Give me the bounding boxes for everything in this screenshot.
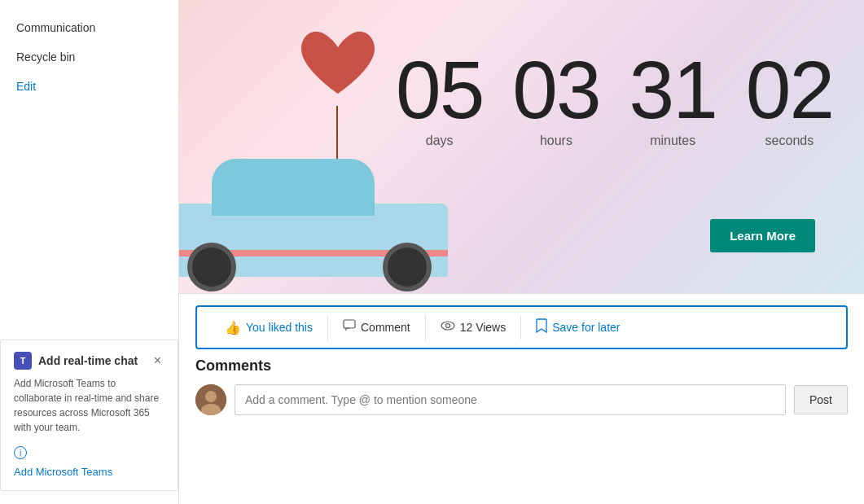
sidebar-item-communication[interactable]: Communication [0, 13, 178, 42]
teams-panel-close-button[interactable]: × [151, 352, 164, 370]
car-wheel-right [383, 243, 432, 291]
teams-panel-title: T Add real-time chat [14, 352, 138, 370]
countdown-minutes: 31 minutes [615, 49, 731, 148]
comment-icon [343, 319, 356, 335]
comment-action[interactable]: Comment [328, 314, 426, 340]
teams-icon: T [14, 352, 32, 370]
info-icon: i [14, 446, 27, 459]
action-bar: 👍 You liked this Comment 12 Views [195, 305, 848, 349]
views-label: 12 Views [460, 321, 507, 334]
teams-panel-description: Add Microsoft Teams to collaborate in re… [14, 376, 164, 435]
countdown-seconds: 02 seconds [731, 49, 848, 148]
liked-action[interactable]: 👍 You liked this [210, 315, 328, 340]
avatar [195, 384, 226, 415]
sidebar: Communication Recycle bin Edit T Add rea… [0, 0, 179, 504]
heart-svg [293, 16, 383, 114]
liked-label: You liked this [246, 321, 313, 334]
heart-balloon [293, 16, 383, 122]
countdown-hours-label: hours [512, 134, 599, 148]
save-later-action[interactable]: Save for later [521, 313, 634, 341]
sidebar-item-edit[interactable]: Edit [0, 72, 178, 101]
car-top [212, 159, 375, 216]
svg-point-2 [445, 324, 450, 328]
save-label: Save for later [552, 321, 620, 334]
countdown-days-number: 05 [396, 49, 483, 130]
teams-chat-panel: T Add real-time chat × Add Microsoft Tea… [0, 340, 178, 491]
svg-point-4 [205, 391, 217, 402]
countdown: 05 days 03 hours 31 minutes 02 seconds [381, 49, 848, 148]
countdown-minutes-label: minutes [629, 134, 717, 148]
comments-title: Comments [195, 357, 848, 375]
countdown-seconds-number: 02 [746, 49, 833, 130]
countdown-minutes-number: 31 [629, 49, 717, 130]
comment-input-row: Post [195, 384, 848, 415]
svg-rect-0 [344, 320, 355, 328]
countdown-hours-number: 03 [512, 49, 599, 130]
comment-label: Comment [361, 321, 410, 334]
eye-icon [441, 320, 455, 335]
countdown-seconds-label: seconds [746, 134, 833, 148]
teams-panel-title-text: Add real-time chat [38, 354, 138, 367]
learn-more-button[interactable]: Learn More [710, 219, 815, 252]
post-button[interactable]: Post [794, 385, 848, 414]
content-divider [179, 293, 864, 294]
views-action: 12 Views [426, 315, 522, 340]
bookmark-icon [536, 318, 547, 336]
add-teams-link[interactable]: Add Microsoft Teams [14, 466, 112, 478]
svg-point-1 [441, 322, 454, 330]
countdown-days: 05 days [381, 49, 498, 148]
main-content: 05 days 03 hours 31 minutes 02 seconds L… [179, 0, 864, 504]
car-scene [179, 130, 464, 277]
teams-panel-header: T Add real-time chat × [14, 352, 164, 370]
sidebar-item-recycle-bin[interactable]: Recycle bin [0, 42, 178, 72]
comment-input[interactable] [235, 384, 786, 415]
hero-banner: 05 days 03 hours 31 minutes 02 seconds L… [179, 0, 864, 293]
comments-section: Comments Post [179, 349, 864, 423]
countdown-days-label: days [396, 134, 483, 148]
car-wheel-left [187, 243, 236, 291]
countdown-hours: 03 hours [498, 49, 614, 148]
thumbs-up-icon: 👍 [225, 320, 241, 335]
